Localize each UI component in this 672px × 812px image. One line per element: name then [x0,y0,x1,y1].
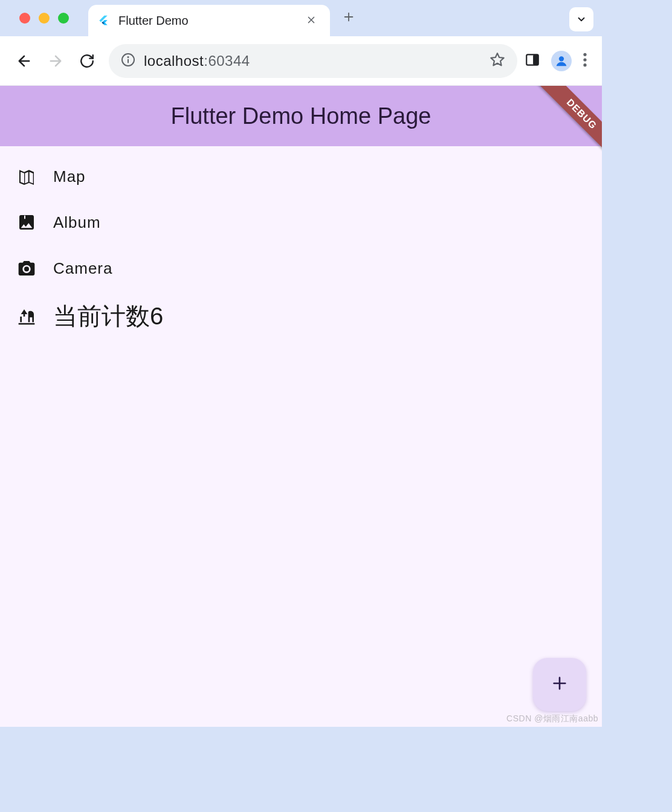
svg-point-8 [583,63,586,66]
list-item-label: Camera [53,259,112,278]
url-text: localhost:60344 [144,53,481,69]
list-item-label: Map [53,167,86,186]
svg-point-9 [24,266,29,271]
svg-rect-4 [533,54,538,65]
svg-rect-2 [128,59,129,63]
list-item-album[interactable]: Album [0,199,602,245]
kitchen-icon [17,307,36,326]
svg-point-7 [583,58,586,61]
browser-toolbar: localhost:60344 [0,36,602,86]
tab-close-button[interactable] [303,12,319,29]
plus-icon [550,674,569,695]
overflow-menu-icon[interactable] [583,52,587,70]
list-item-counter[interactable]: 当前计数6 [0,291,602,341]
tab-title: Flutter Demo [118,14,295,28]
camera-icon [17,259,36,278]
new-tab-button[interactable] [342,8,355,28]
list-item-map[interactable]: Map [0,153,602,199]
window-controls [5,13,69,24]
map-icon [17,167,36,186]
album-icon [17,213,36,232]
svg-point-6 [583,53,586,56]
app-bar: Flutter Demo Home Page [0,86,602,146]
app-viewport: Flutter Demo Home Page DEBUG Map Album C… [0,86,602,727]
close-window-button[interactable] [19,13,30,24]
list-view: Map Album Camera 当前计数6 [0,146,602,349]
counter-text: 当前计数6 [53,300,163,333]
maximize-window-button[interactable] [58,13,69,24]
minimize-window-button[interactable] [39,13,50,24]
list-item-label: Album [53,213,101,232]
back-button[interactable] [10,47,39,76]
address-bar[interactable]: localhost:60344 [109,44,517,78]
flutter-favicon-icon [97,14,110,27]
site-info-icon[interactable] [121,53,135,69]
bookmark-star-icon[interactable] [489,52,505,70]
tab-search-button[interactable] [569,7,593,31]
app-bar-title: Flutter Demo Home Page [171,103,431,129]
forward-button[interactable] [41,47,70,76]
profile-button[interactable] [551,51,572,71]
list-item-camera[interactable]: Camera [0,245,602,291]
watermark-text: CSDN @烟雨江南aabb [506,714,598,724]
reload-button[interactable] [73,47,102,76]
svg-point-5 [559,56,564,61]
svg-point-1 [128,56,129,58]
browser-tab-strip: Flutter Demo [0,0,602,36]
side-panel-icon[interactable] [525,52,540,70]
floating-action-button[interactable] [533,658,586,711]
browser-tab[interactable]: Flutter Demo [88,5,330,36]
